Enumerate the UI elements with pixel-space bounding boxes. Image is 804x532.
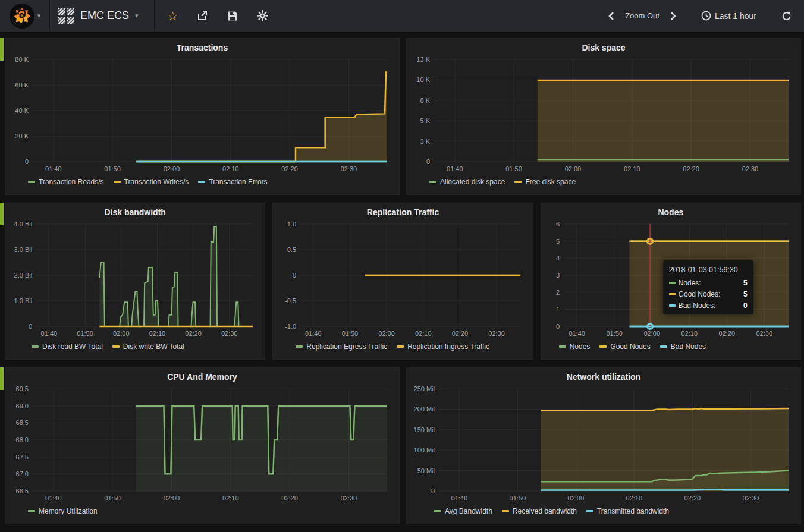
legend-label: Allocated disk space	[440, 178, 505, 186]
legend-label: Transaction Writes/s	[124, 178, 189, 186]
chevron-down-icon: ▾	[135, 12, 139, 20]
svg-text:02:20: 02:20	[452, 330, 469, 337]
legend-item[interactable]: Transaction Reads/s	[28, 178, 104, 186]
panel-title[interactable]: Disk bandwidth	[5, 203, 265, 219]
legend-item[interactable]: Replication Ingress Traffic	[397, 342, 489, 351]
panel-title[interactable]: Nodes	[541, 203, 800, 219]
svg-text:2: 2	[556, 289, 560, 296]
tooltip-row: Bad Nodes: 0	[669, 301, 748, 310]
legend-label: Replication Egress Traffic	[306, 342, 387, 351]
refresh-button[interactable]	[779, 8, 794, 24]
legend-item[interactable]: Bad Nodes	[660, 342, 706, 351]
svg-text:02:20: 02:20	[683, 165, 699, 172]
svg-text:02:00: 02:00	[568, 495, 585, 502]
refresh-icon	[781, 11, 792, 21]
legend-item[interactable]: Nodes	[559, 342, 591, 351]
panel-title[interactable]: CPU And Memory	[5, 368, 399, 384]
network-utilization-graph[interactable]: 050 Mil100 Mil150 Mil200 Mil250 Mil01:40…	[407, 384, 800, 504]
panel-transactions: Transactions 020 K40 K60 K80 K01:4001:50…	[5, 38, 400, 195]
svg-text:200 Mil: 200 Mil	[414, 405, 435, 413]
svg-text:02:30: 02:30	[743, 495, 759, 502]
series-color-dash	[514, 181, 522, 183]
svg-text:01:40: 01:40	[569, 330, 585, 337]
svg-text:0: 0	[426, 158, 430, 165]
legend: Avg BandwidthReceived bandwidthTransmitt…	[407, 504, 800, 518]
series-color-dash	[669, 293, 676, 295]
svg-text:02:10: 02:10	[222, 165, 239, 172]
panel-title[interactable]: Replication Traffic	[273, 203, 532, 219]
svg-text:02:10: 02:10	[681, 330, 698, 337]
legend-item[interactable]: Replication Egress Traffic	[296, 342, 387, 351]
legend: Replication Egress TrafficReplication In…	[273, 339, 532, 354]
time-shift-forward-button[interactable]	[668, 9, 679, 23]
dashboard-picker[interactable]: EMC ECS ▾	[50, 0, 155, 32]
legend-item[interactable]: Allocated disk space	[429, 178, 505, 186]
svg-text:02:00: 02:00	[565, 165, 582, 172]
svg-text:02:30: 02:30	[756, 330, 772, 337]
disk-space-graph[interactable]: 03 K5 K8 K10 K13 K01:4001:5002:0002:1002…	[407, 55, 800, 175]
legend-item[interactable]: Transaction Errors	[198, 178, 267, 186]
time-shift-back-button[interactable]	[606, 9, 617, 23]
legend-label: Transmitted bandwidth	[597, 507, 669, 515]
row-collapse-tab[interactable]	[0, 203, 4, 225]
svg-text:01:40: 01:40	[45, 495, 62, 502]
panel-disk-space: Disk space 03 K5 K8 K10 K13 K01:4001:500…	[406, 38, 801, 195]
legend-item[interactable]: Free disk space	[514, 178, 576, 186]
panel-title[interactable]: Disk space	[407, 39, 800, 55]
transactions-graph[interactable]: 020 K40 K60 K80 K01:4001:5002:0002:1002:…	[5, 55, 399, 175]
legend: Allocated disk spaceFree disk space	[407, 175, 800, 189]
replication-traffic-graph[interactable]: -1.0-0.500.51.001:4001:5002:0002:1002:20…	[273, 219, 532, 339]
svg-text:13 K: 13 K	[416, 56, 430, 63]
series-color-dash	[198, 181, 205, 183]
tooltip-timestamp: 2018-01-03 01:59:30	[669, 266, 748, 274]
svg-text:60 K: 60 K	[15, 81, 29, 89]
legend-item[interactable]: Transmitted bandwidth	[586, 507, 669, 515]
series-color-dash	[434, 510, 441, 512]
legend-item[interactable]: Transaction Writes/s	[114, 178, 189, 186]
cpu-memory-graph[interactable]: 66.567.067.568.068.569.069.501:4001:5002…	[5, 384, 399, 504]
legend-item[interactable]: Received bandwidth	[502, 507, 577, 515]
svg-text:1: 1	[556, 306, 560, 313]
row-collapse-tab[interactable]	[0, 38, 4, 61]
legend-item[interactable]: Disk read BW Total	[32, 342, 103, 351]
svg-text:69.5: 69.5	[16, 385, 29, 392]
svg-text:02:30: 02:30	[489, 330, 505, 337]
save-dashboard-button[interactable]	[225, 8, 240, 24]
svg-text:02:10: 02:10	[149, 330, 166, 337]
legend-item[interactable]: Good Nodes	[599, 342, 650, 351]
share-dashboard-button[interactable]	[194, 8, 211, 24]
legend: Memory Utilization	[5, 504, 399, 518]
legend-item[interactable]: Disk write BW Total	[112, 342, 184, 351]
grafana-logo-icon	[9, 3, 35, 29]
grafana-menu-button[interactable]: ▾	[0, 0, 50, 32]
svg-text:0: 0	[29, 323, 32, 330]
svg-text:40 K: 40 K	[15, 107, 29, 114]
svg-text:100 Mil: 100 Mil	[414, 446, 435, 454]
series-color-dash	[397, 345, 404, 348]
dashboard-settings-button[interactable]	[255, 8, 271, 24]
star-dashboard-button[interactable]: ☆	[165, 8, 181, 24]
series-color-dash	[669, 282, 676, 284]
svg-text:3 K: 3 K	[420, 138, 430, 145]
legend-label: Transaction Errors	[209, 178, 267, 186]
legend-item[interactable]: Avg Bandwidth	[434, 507, 492, 515]
time-range-picker[interactable]: Last 1 hour	[699, 8, 759, 23]
panel-title[interactable]: Network utilization	[407, 368, 800, 384]
row-collapse-tab[interactable]	[0, 367, 4, 390]
dashboard-row-1: Transactions 020 K40 K60 K80 K01:4001:50…	[5, 38, 801, 195]
series-color-dash	[28, 181, 35, 183]
legend-item[interactable]: Memory Utilization	[28, 507, 98, 515]
svg-text:01:40: 01:40	[447, 165, 463, 172]
zoom-out-button[interactable]: Zoom Out	[623, 9, 662, 23]
legend-label: Disk write BW Total	[123, 342, 184, 351]
svg-text:01:50: 01:50	[606, 330, 623, 337]
svg-text:8 K: 8 K	[420, 97, 430, 104]
disk-bandwidth-graph[interactable]: 01.0 Bil2.0 Bil3.0 Bil4.0 Bil01:4001:500…	[5, 219, 265, 339]
save-icon	[227, 11, 238, 21]
svg-text:66.5: 66.5	[16, 487, 29, 495]
svg-text:80 K: 80 K	[15, 56, 29, 63]
svg-text:02:00: 02:00	[164, 495, 180, 502]
panel-title[interactable]: Transactions	[5, 39, 399, 55]
svg-text:01:50: 01:50	[77, 330, 93, 337]
series-color-dash	[28, 510, 35, 512]
